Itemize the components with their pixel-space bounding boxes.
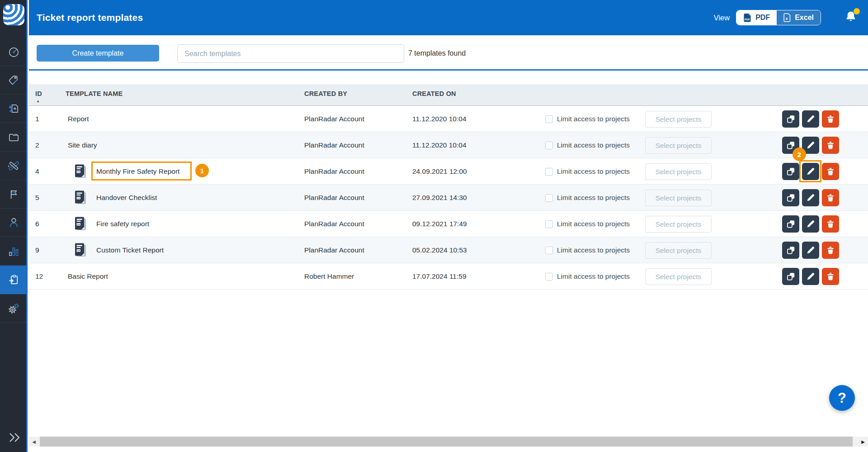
delete-template-button[interactable] xyxy=(822,137,839,154)
created-by: PlanRadar Account xyxy=(304,185,364,211)
view-pdf-button[interactable]: PDF PDF xyxy=(736,10,777,25)
template-name[interactable]: Site diary xyxy=(68,132,97,158)
table-row: 1 Report PlanRadar Account 11.12.2020 10… xyxy=(29,106,868,132)
column-header-template-name[interactable]: TEMPLATE NAME xyxy=(66,90,123,97)
notifications-button[interactable] xyxy=(844,10,858,25)
edit-template-button[interactable] xyxy=(802,189,819,206)
search-templates-input[interactable] xyxy=(177,44,404,63)
duplicate-template-button[interactable] xyxy=(782,163,799,180)
created-on: 11.12.2020 10:04 xyxy=(412,106,467,132)
table-row: 4 Monthly Fire Safety Report PlanRadar A… xyxy=(29,158,868,185)
limit-access-checkbox[interactable] xyxy=(545,142,553,149)
delete-template-button[interactable] xyxy=(822,242,839,259)
edit-template-button[interactable] xyxy=(802,137,819,154)
template-name[interactable]: Handover Checklist xyxy=(96,185,157,211)
template-name[interactable]: Monthly Fire Safety Report xyxy=(96,158,179,185)
horizontal-scrollbar: ◀ ▶ xyxy=(29,437,868,447)
delete-template-button[interactable] xyxy=(822,163,839,180)
app-screen: Ticket report templates View PDF PDF x xyxy=(0,0,868,452)
hammer-document-icon xyxy=(8,103,20,115)
table-row: 6 Fire safety report PlanRadar Account 0… xyxy=(29,211,868,237)
limit-access-checkbox[interactable] xyxy=(545,273,553,281)
sidebar-item-plans[interactable] xyxy=(0,152,28,180)
select-projects-button[interactable]: Select projects xyxy=(645,163,712,180)
help-button[interactable]: ? xyxy=(829,385,855,411)
delete-template-button[interactable] xyxy=(822,110,839,128)
report-template-icon xyxy=(74,164,87,179)
scrollbar-left-arrow[interactable]: ◀ xyxy=(29,437,39,447)
select-projects-button[interactable]: Select projects xyxy=(645,190,712,206)
created-on: 17.07.2024 11:59 xyxy=(412,263,467,290)
template-name[interactable]: Report xyxy=(68,106,89,132)
sidebar-item-settings[interactable] xyxy=(0,294,28,323)
report-template-icon xyxy=(74,217,87,231)
limit-access-checkbox[interactable] xyxy=(545,194,553,202)
edit-template-button[interactable] xyxy=(802,268,819,285)
top-bar: Ticket report templates View PDF PDF x xyxy=(29,0,868,35)
created-by: PlanRadar Account xyxy=(304,158,364,185)
edit-template-button[interactable] xyxy=(802,163,819,180)
folder-icon xyxy=(8,131,20,143)
sidebar-item-tags[interactable] xyxy=(0,66,28,95)
select-projects-button[interactable]: Select projects xyxy=(645,216,712,233)
template-name[interactable]: Custom Ticket Report xyxy=(96,237,164,263)
sort-ascending-icon: ▲ xyxy=(36,99,40,103)
created-on: 05.02.2024 10:53 xyxy=(412,237,467,263)
column-header-created-on[interactable]: CREATED ON xyxy=(412,90,456,97)
created-on: 11.12.2020 10:04 xyxy=(412,132,467,158)
duplicate-template-button[interactable] xyxy=(782,242,799,259)
table-row: 9 Custom Ticket Report PlanRadar Account… xyxy=(29,237,868,263)
limit-access-checkbox[interactable] xyxy=(545,115,553,123)
sidebar-collapse-button[interactable] xyxy=(0,428,28,447)
limit-access-checkbox[interactable] xyxy=(545,247,553,254)
sidebar-item-statistics[interactable] xyxy=(0,237,28,266)
trash-icon xyxy=(826,219,835,229)
table-body: 1 Report PlanRadar Account 11.12.2020 10… xyxy=(29,106,868,290)
pencil-icon xyxy=(806,219,816,229)
sidebar-item-contacts[interactable] xyxy=(0,209,28,237)
edit-template-button[interactable] xyxy=(802,242,819,259)
pdf-label: PDF xyxy=(755,14,770,22)
row-id: 6 xyxy=(35,211,39,237)
delete-template-button[interactable] xyxy=(822,268,839,285)
edit-template-button[interactable] xyxy=(802,215,819,233)
select-projects-button[interactable]: Select projects xyxy=(645,268,712,285)
sidebar-item-dashboard[interactable] xyxy=(0,38,28,66)
scrollbar-thumb[interactable] xyxy=(40,437,853,447)
duplicate-template-button[interactable] xyxy=(782,110,799,128)
scrollbar-right-arrow[interactable]: ▶ xyxy=(858,437,868,447)
duplicate-template-button[interactable] xyxy=(782,189,799,206)
sidebar-item-defects[interactable] xyxy=(0,95,28,123)
copy-icon xyxy=(786,167,796,177)
view-excel-button[interactable]: x Excel xyxy=(777,10,821,25)
svg-text:PDF: PDF xyxy=(745,18,750,21)
created-on: 24.09.2021 12:00 xyxy=(412,158,467,185)
template-name[interactable]: Fire safety report xyxy=(96,211,149,237)
duplicate-template-button[interactable] xyxy=(782,268,799,285)
sidebar-item-reports[interactable] xyxy=(0,266,28,294)
limit-access-checkbox[interactable] xyxy=(545,220,553,228)
select-projects-button[interactable]: Select projects xyxy=(645,111,712,128)
select-projects-button[interactable]: Select projects xyxy=(645,242,712,259)
flag-icon xyxy=(8,188,20,200)
delete-template-button[interactable] xyxy=(822,215,839,233)
planradar-logo-icon[interactable] xyxy=(3,4,24,25)
clipboard-export-icon xyxy=(8,274,20,286)
column-header-created-by[interactable]: CREATED BY xyxy=(304,90,347,97)
row-id: 1 xyxy=(35,106,39,132)
sidebar-item-projects[interactable] xyxy=(0,123,28,152)
duplicate-template-button[interactable] xyxy=(782,215,799,233)
column-header-id[interactable]: ID xyxy=(35,90,42,97)
results-count: 7 templates found xyxy=(408,49,466,57)
template-name[interactable]: Basic Report xyxy=(68,263,108,290)
duplicate-template-button[interactable] xyxy=(782,137,799,154)
select-projects-button[interactable]: Select projects xyxy=(645,137,712,154)
create-template-button[interactable]: Create template xyxy=(37,45,159,62)
limit-access-checkbox[interactable] xyxy=(545,168,553,176)
settings-gears-icon xyxy=(8,302,20,314)
sidebar-item-flags[interactable] xyxy=(0,180,28,209)
delete-template-button[interactable] xyxy=(822,189,839,206)
view-label: View xyxy=(714,14,730,22)
pencil-icon xyxy=(806,167,816,176)
edit-template-button[interactable] xyxy=(802,110,819,128)
